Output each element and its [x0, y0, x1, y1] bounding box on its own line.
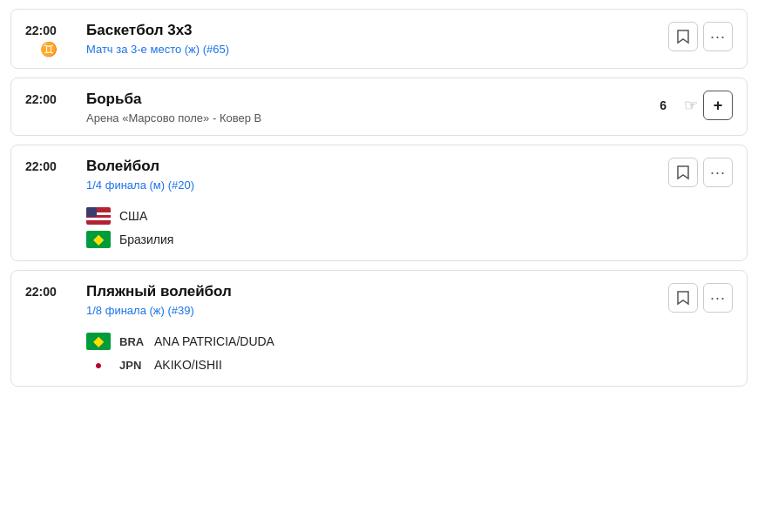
more-icon: ···: [710, 289, 726, 307]
event-subtitle: 1/4 финала (м) (#20): [86, 178, 658, 192]
event-title: Баскетбол 3х3: [86, 22, 658, 39]
more-button[interactable]: ···: [703, 283, 733, 313]
plus-icon: +: [714, 97, 723, 115]
bookmark-icon: [676, 165, 690, 180]
team-name: AKIKO/ISHII: [154, 358, 222, 372]
more-button[interactable]: ···: [703, 158, 733, 187]
card-main: Пляжный волейбол 1/8 финала (ж) (#39): [86, 283, 658, 317]
more-button[interactable]: ···: [703, 22, 733, 51]
teams-section: США Бразилия: [11, 202, 747, 260]
card-main: Баскетбол 3х3 Матч за 3-е место (ж) (#65…: [86, 22, 658, 56]
card-actions: 6 ☞ +: [660, 91, 733, 120]
time-icon-col: 22:00 ♊: [25, 22, 72, 57]
flag-br: [86, 333, 111, 350]
flag-jp: [86, 356, 111, 374]
teams-section: BRA ANA PATRICIA/DUDA JPN AKIKO/ISHII: [11, 327, 747, 386]
card-actions: ···: [668, 158, 733, 187]
team-row: JPN AKIKO/ISHII: [86, 356, 733, 374]
time-icon-col: 22:00: [25, 283, 72, 299]
basketball-card: 22:00 ♊ Баскетбол 3х3 Матч за 3-е место …: [10, 9, 748, 69]
cursor-icon: ☞: [684, 96, 698, 115]
flag-us: [86, 207, 111, 225]
more-icon: ···: [710, 28, 726, 46]
card-header: 22:00 Борьба Арена «Марсово поле» - Кове…: [11, 78, 747, 135]
team-code: JPN: [119, 359, 146, 372]
card-actions: ···: [668, 22, 733, 51]
card-main: Борьба Арена «Марсово поле» - Ковер В: [86, 91, 649, 125]
volleyball-card: 22:00 Волейбол 1/4 финала (м) (#20) ··· …: [10, 145, 748, 261]
event-time: 22:00: [25, 91, 72, 106]
event-subtitle: Матч за 3-е место (ж) (#65): [86, 43, 658, 56]
bookmark-icon: [676, 29, 690, 44]
team-row: BRA ANA PATRICIA/DUDA: [86, 333, 733, 350]
time-icon-col: 22:00: [25, 158, 72, 173]
more-icon: ···: [710, 164, 726, 182]
card-actions: ···: [668, 283, 733, 313]
bookmark-icon: [676, 290, 690, 306]
team-row: США: [86, 207, 733, 225]
flag-br: [86, 231, 111, 248]
event-time: 22:00: [25, 22, 72, 37]
card-header: 22:00 Пляжный волейбол 1/8 финала (ж) (#…: [11, 271, 747, 327]
beach-volleyball-card: 22:00 Пляжный волейбол 1/8 финала (ж) (#…: [10, 270, 748, 387]
team-name: ANA PATRICIA/DUDA: [154, 334, 274, 348]
event-count-badge: 6: [660, 98, 667, 112]
card-header: 22:00 Волейбол 1/4 финала (м) (#20) ···: [11, 145, 747, 202]
expand-button[interactable]: +: [703, 91, 733, 120]
time-icon-col: 22:00: [25, 91, 72, 106]
team-row: Бразилия: [86, 231, 733, 248]
card-main: Волейбол 1/4 финала (м) (#20): [86, 158, 658, 192]
team-name: Бразилия: [119, 232, 173, 246]
bookmark-button[interactable]: [668, 158, 698, 187]
event-title: Пляжный волейбол: [86, 283, 658, 300]
event-time: 22:00: [25, 158, 72, 173]
card-header: 22:00 ♊ Баскетбол 3х3 Матч за 3-е место …: [11, 10, 747, 68]
event-subtitle: 1/8 финала (ж) (#39): [86, 304, 658, 317]
bookmark-button[interactable]: [668, 283, 698, 313]
event-subtitle: Арена «Марсово поле» - Ковер В: [86, 111, 649, 125]
team-code: BRA: [119, 335, 146, 348]
event-time: 22:00: [25, 283, 72, 299]
event-title: Волейбол: [86, 158, 658, 175]
team-name: США: [119, 209, 147, 223]
bookmark-button[interactable]: [668, 22, 698, 51]
sport-symbol: ♊: [40, 41, 58, 57]
event-title: Борьба: [86, 91, 649, 108]
wrestling-card: 22:00 Борьба Арена «Марсово поле» - Кове…: [10, 77, 748, 136]
